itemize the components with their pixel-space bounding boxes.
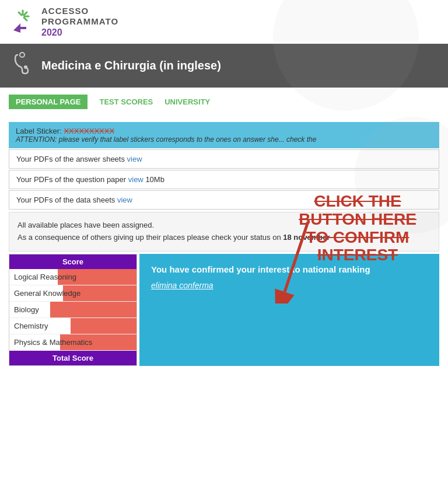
- attention-line: ATTENTION: please verify that label stic…: [16, 135, 432, 144]
- status-line2: As a consequence of others giving up the…: [18, 233, 281, 242]
- score-table-header: Score: [9, 254, 136, 269]
- logo-icon: [9, 8, 37, 36]
- pdf-row-answer: Your PDFs of the answer sheets view: [9, 149, 439, 169]
- score-label-logical: Logical Reasoning: [14, 273, 76, 281]
- confirm-box: You have confirmed your interest to nati…: [139, 254, 439, 366]
- table-row: General Knowledge: [9, 285, 136, 302]
- tab-university[interactable]: UNIVERSITY: [164, 97, 210, 106]
- pdf-question-extra: 10Mb: [145, 175, 164, 184]
- stethoscope-icon: [12, 52, 33, 79]
- top-header: ACCESSO PROGRAMMATO 2020: [0, 0, 448, 44]
- score-bar-biology: [50, 302, 136, 317]
- pdf-answer-text: Your PDFs of the answer sheets: [16, 155, 127, 163]
- nav-tabs: PERSONAL PAGE TEST SCORES UNIVERSITY: [0, 88, 448, 116]
- score-label-chemistry: Chemistry: [14, 322, 48, 330]
- label-sticker-value: XXXXXXXXXX: [64, 127, 114, 135]
- score-label-physics: Physics & Mathematics: [14, 338, 92, 347]
- logo-programmato: PROGRAMMATO: [41, 16, 118, 27]
- pdf-row-question: Your PDFs of the question paper view 10M…: [9, 170, 439, 189]
- info-box-blue: Label Sticker: XXXXXXXXXX ATTENTION: ple…: [9, 122, 439, 148]
- svg-line-1: [24, 12, 27, 15]
- tab-personal-page[interactable]: PERSONAL PAGE: [9, 95, 88, 109]
- svg-point-7: [24, 65, 27, 69]
- pdf-question-text: Your PDFs of the question paper: [16, 175, 128, 184]
- table-row: Biology: [9, 302, 136, 318]
- score-total-row: Total Score: [9, 351, 136, 365]
- status-date: 18 november: [283, 233, 330, 242]
- score-bar-chemistry: [71, 318, 136, 334]
- program-banner: Medicina e Chirurgia (in inglese): [0, 44, 448, 88]
- table-row: Physics & Mathematics: [9, 334, 136, 351]
- pdf-question-link[interactable]: view: [128, 175, 144, 184]
- confirm-title: You have confirmed your interest to nati…: [151, 264, 428, 274]
- pdf-data-link[interactable]: view: [117, 196, 132, 204]
- score-label-general: General Knowledge: [14, 289, 80, 298]
- score-label-biology: Biology: [14, 305, 39, 314]
- pdf-answer-link[interactable]: view: [127, 155, 142, 163]
- svg-line-4: [19, 12, 22, 15]
- logo-accesso: ACCESSO: [41, 6, 118, 16]
- content-area: Label Sticker: XXXXXXXXXX ATTENTION: ple…: [0, 116, 448, 372]
- svg-marker-5: [13, 23, 26, 33]
- score-table: Score Logical Reasoning General Knowledg…: [9, 254, 137, 366]
- status-box: All available places have been assigned.…: [9, 212, 439, 252]
- logo-year: 2020: [41, 27, 118, 38]
- tab-test-scores[interactable]: TEST SCORES: [99, 97, 153, 106]
- logo-text: ACCESSO PROGRAMMATO 2020: [41, 6, 118, 38]
- pdf-data-text: Your PDFs of the data sheets: [16, 196, 117, 204]
- pdf-row-data: Your PDFs of the data sheets view: [9, 190, 439, 210]
- svg-point-6: [20, 53, 24, 57]
- status-line1: All available places have been assigned.: [18, 221, 154, 229]
- bottom-section: Score Logical Reasoning General Knowledg…: [9, 254, 439, 366]
- table-row: Chemistry: [9, 318, 136, 334]
- elimina-link[interactable]: elimina conferma: [151, 281, 214, 290]
- label-sticker-label: Label Sticker:: [16, 127, 62, 135]
- logo-area: ACCESSO PROGRAMMATO 2020: [9, 6, 118, 38]
- svg-line-3: [24, 18, 27, 20]
- table-row: Logical Reasoning: [9, 269, 136, 285]
- label-sticker-line: Label Sticker: XXXXXXXXXX: [16, 127, 432, 135]
- program-title: Medicina e Chirurgia (in inglese): [41, 59, 221, 72]
